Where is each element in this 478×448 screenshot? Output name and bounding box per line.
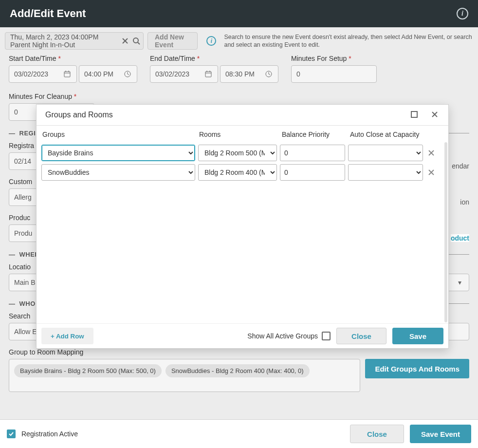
modal-column-headers: Groups Rooms Balance Priority Auto Close…	[37, 126, 448, 141]
col-groups: Groups	[42, 131, 199, 138]
search-help-text: Search to ensure the new Event doesn't e…	[224, 33, 473, 49]
clear-icon[interactable]	[122, 37, 129, 45]
col-balance: Balance Priority	[282, 131, 350, 138]
group-room-chip: SnowBuddies - Bldg 2 Room 400 (Max: 400,…	[165, 364, 310, 377]
groups-rooms-modal: Groups and Rooms Groups Rooms Balance Pr…	[36, 104, 449, 349]
info-icon[interactable]: i	[457, 8, 468, 19]
calendar-icon	[63, 70, 72, 78]
page-header: Add/Edit Event i	[0, 0, 478, 27]
group-room-mapping-label: Group to Room Mapping	[9, 348, 469, 356]
start-time-input[interactable]: 04:00 PM	[79, 65, 137, 83]
search-row: Thu, March 2, 2023 04:00PM Parent Night …	[0, 27, 478, 55]
start-date-input[interactable]: 03/02/2023	[9, 65, 77, 83]
maximize-icon[interactable]	[410, 111, 419, 119]
svg-point-0	[133, 38, 138, 43]
show-all-active-checkbox[interactable]	[322, 332, 331, 340]
clock-icon	[123, 70, 132, 78]
registration-active-checkbox[interactable]	[7, 429, 16, 438]
calendar-text-right: endar	[452, 162, 469, 170]
group-room-mapping-box: Bayside Brains - Bldg 2 Room 500 (Max: 5…	[9, 359, 360, 392]
ion-text-right: ion	[460, 198, 469, 206]
add-new-event-label: Add New Event	[155, 33, 190, 49]
svg-rect-5	[411, 112, 417, 117]
group-select[interactable]: SnowBuddies	[41, 164, 195, 181]
group-select[interactable]: Bayside Brains	[41, 145, 195, 161]
close-icon[interactable]	[431, 111, 440, 119]
cleanup-minutes-label: Minutes For Cleanup *	[9, 93, 94, 100]
registration-active-label: Registration Active	[21, 430, 78, 438]
start-datetime-label: Start Date/Time *	[9, 55, 140, 62]
chevron-down-icon: ▾	[455, 278, 464, 287]
calendar-icon	[204, 70, 213, 78]
room-select[interactable]: Bldg 2 Room 400 (Max: 400)	[198, 164, 277, 181]
auto-close-select[interactable]	[348, 145, 423, 161]
page-close-button[interactable]: Close	[350, 425, 404, 443]
setup-minutes-label: Minutes For Setup *	[291, 55, 377, 62]
end-time-input[interactable]: 08:30 PM	[220, 65, 278, 83]
scrollbar[interactable]	[444, 142, 447, 322]
delete-row-icon[interactable]	[426, 148, 437, 158]
modal-save-button[interactable]: Save	[392, 328, 443, 344]
event-search-pill[interactable]: Thu, March 2, 2023 04:00PM Parent Night …	[5, 32, 144, 50]
page-title: Add/Edit Event	[10, 7, 86, 20]
modal-close-button[interactable]: Close	[336, 328, 386, 344]
clock-icon	[264, 70, 273, 78]
balance-priority-input[interactable]	[280, 164, 345, 181]
svg-rect-1	[64, 72, 70, 77]
modal-footer: + Add Row Show All Active Groups Close S…	[37, 323, 448, 348]
search-icon[interactable]	[132, 37, 140, 45]
end-date-input[interactable]: 03/02/2023	[150, 65, 218, 83]
col-rooms: Rooms	[199, 131, 282, 138]
auto-close-select[interactable]	[348, 164, 423, 181]
modal-title: Groups and Rooms	[45, 111, 113, 119]
page-footer: Registration Active Close Save Event	[0, 419, 478, 448]
setup-minutes-input[interactable]: 0	[291, 65, 377, 83]
modal-row: Bayside Brains Bldg 2 Room 500 (Max: 500…	[38, 143, 444, 163]
add-new-event-button[interactable]: Add New Event	[147, 32, 198, 50]
add-row-button[interactable]: + Add Row	[41, 328, 93, 344]
balance-priority-input[interactable]	[280, 145, 345, 161]
col-auto: Auto Close at Capacity	[350, 131, 428, 138]
info-icon[interactable]: i	[206, 36, 216, 46]
product-text-right: oduct	[451, 234, 469, 242]
group-room-chip: Bayside Brains - Bldg 2 Room 500 (Max: 5…	[14, 364, 162, 377]
edit-groups-rooms-button[interactable]: Edit Groups And Rooms	[365, 359, 469, 378]
event-search-text: Thu, March 2, 2023 04:00PM Parent Night …	[10, 33, 118, 49]
end-datetime-label: End Date/Time *	[150, 55, 281, 62]
delete-row-icon[interactable]	[426, 167, 437, 178]
save-event-button[interactable]: Save Event	[410, 425, 471, 443]
svg-rect-3	[205, 72, 211, 77]
modal-row: SnowBuddies Bldg 2 Room 400 (Max: 400)	[38, 163, 444, 182]
room-select[interactable]: Bldg 2 Room 500 (Max: 500)	[198, 145, 277, 161]
modal-body: Bayside Brains Bldg 2 Room 500 (Max: 500…	[37, 141, 448, 323]
show-all-active-label: Show All Active Groups	[247, 332, 318, 340]
